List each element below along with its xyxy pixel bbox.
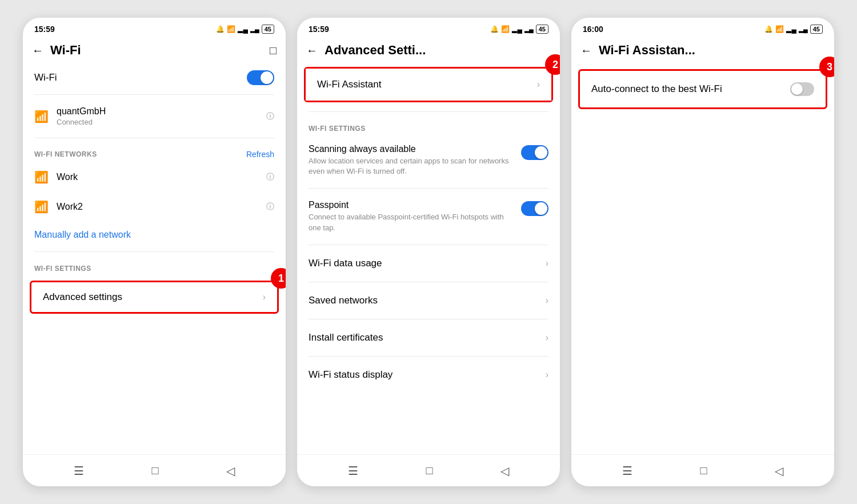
phone-screen-3: 16:00 🔔 📶 ▂▄ ▂▄ 45 ← Wi-Fi Assistan... A… [571, 18, 834, 486]
signal-icon-3: ▂▄ [786, 25, 796, 33]
advanced-settings-highlight: Advanced settings › [30, 281, 279, 314]
wifi-icon: 📶 [227, 25, 235, 33]
menu-nav-1[interactable]: ☰ [74, 464, 84, 478]
divider-s2-6 [309, 356, 548, 357]
divider-s2-5 [309, 319, 548, 319]
back-nav-1[interactable]: ◁ [226, 464, 235, 478]
signal2-icon: ▂▄ [250, 26, 259, 33]
wifi-connected-icon: 📶 [34, 110, 49, 123]
menu-nav-2[interactable]: ☰ [348, 464, 358, 478]
menu-nav-3[interactable]: ☰ [622, 464, 632, 478]
networks-section-header: WI-FI NETWORKS [34, 150, 97, 158]
status-bar-2: 15:59 🔔 📶 ▂▄ ▂▄ 45 [297, 18, 560, 38]
divider-3 [34, 251, 274, 252]
wifi-assistant-label: Wi-Fi Assistant [317, 79, 381, 90]
divider-s2-4 [309, 282, 548, 282]
wifi-label: Wi-Fi [34, 72, 57, 83]
alarm-icon: 🔔 [216, 25, 225, 33]
network-work2-label: Work2 [57, 202, 83, 212]
status-display-row[interactable]: Wi-Fi status display › [297, 360, 560, 390]
status-icons-2: 🔔 📶 ▂▄ ▂▄ 45 [490, 25, 548, 34]
data-usage-row[interactable]: Wi-Fi data usage › [297, 249, 560, 278]
status-icons-3: 🔔 📶 ▂▄ ▂▄ 45 [764, 25, 823, 34]
auto-connect-toggle[interactable] [790, 82, 814, 96]
back-button-3[interactable]: ← [580, 44, 592, 57]
auto-connect-row[interactable]: Auto-connect to the best Wi-Fi [580, 71, 826, 107]
passpoint-desc: Connect to available Passpoint-certified… [309, 212, 514, 233]
wifi-settings-header: WI-FI SETTINGS [297, 115, 560, 136]
info-icon-work[interactable]: ⓘ [266, 172, 274, 182]
passpoint-title: Passpoint [309, 200, 514, 210]
home-nav-2[interactable]: □ [426, 464, 432, 477]
battery-icon-3: 45 [810, 25, 823, 34]
install-certs-label: Install certificates [309, 332, 383, 343]
battery-icon-2: 45 [536, 25, 548, 34]
home-nav-1[interactable]: □ [151, 464, 158, 477]
data-usage-label: Wi-Fi data usage [309, 258, 382, 269]
network-name: quantGmbH [57, 106, 266, 117]
wifi-work-icon: 📶 [34, 170, 49, 184]
saved-networks-label: Saved networks [309, 295, 378, 306]
page-title-1: Wi-Fi [50, 43, 263, 58]
saved-networks-chevron: › [546, 295, 548, 306]
back-nav-3[interactable]: ◁ [775, 464, 783, 478]
top-bar-2: ← Advanced Setti... [297, 38, 560, 65]
status-bar-1: 15:59 🔔 📶 ▂▄ ▂▄ 45 [23, 18, 286, 38]
top-bar-3: ← Wi-Fi Assistan... [571, 38, 834, 65]
scanning-desc: Allow location services and certain apps… [309, 156, 514, 177]
scanning-toggle[interactable] [521, 145, 548, 160]
expand-icon[interactable]: □ [270, 44, 277, 57]
divider-s2-2 [309, 188, 548, 189]
divider-s2-3 [309, 245, 548, 245]
scanning-text: Scanning always available Allow location… [309, 144, 514, 177]
wifi-toggle[interactable] [247, 70, 274, 85]
info-icon-work2[interactable]: ⓘ [266, 202, 274, 212]
time-3: 16:00 [583, 25, 603, 34]
signal-icon: ▂▄ [238, 25, 248, 33]
install-certs-chevron: › [546, 333, 548, 343]
install-certs-row[interactable]: Install certificates › [297, 323, 560, 353]
status-bar-3: 16:00 🔔 📶 ▂▄ ▂▄ 45 [571, 18, 834, 38]
network-status: Connected [57, 118, 266, 126]
status-icons-1: 🔔 📶 ▂▄ ▂▄ 45 [216, 25, 274, 34]
wifi-assistant-chevron: › [537, 79, 540, 90]
advanced-settings-row[interactable]: Advanced settings › [31, 282, 277, 312]
time-2: 15:59 [309, 25, 329, 34]
info-icon-connected[interactable]: ⓘ [266, 111, 274, 122]
passpoint-text: Passpoint Connect to available Passpoint… [309, 200, 514, 233]
scanning-row[interactable]: Scanning always available Allow location… [297, 136, 560, 185]
status-display-label: Wi-Fi status display [309, 369, 393, 381]
back-button-1[interactable]: ← [32, 44, 43, 57]
passpoint-row[interactable]: Passpoint Connect to available Passpoint… [297, 192, 560, 241]
refresh-button[interactable]: Refresh [246, 150, 274, 159]
saved-networks-row[interactable]: Saved networks › [297, 286, 560, 315]
network-work2-item[interactable]: 📶 Work2 ⓘ [23, 192, 286, 222]
back-nav-2[interactable]: ◁ [500, 464, 509, 478]
wifi-assistant-row[interactable]: Wi-Fi Assistant › [306, 69, 551, 101]
home-nav-3[interactable]: □ [700, 464, 707, 477]
manually-add-network[interactable]: Manually add a network [23, 222, 286, 248]
status-display-chevron: › [546, 370, 548, 380]
divider-s2-1 [309, 111, 548, 112]
battery-icon: 45 [262, 25, 274, 34]
top-bar-1: ← Wi-Fi □ [23, 38, 286, 65]
page-title-2: Advanced Setti... [325, 43, 551, 58]
network-work-item[interactable]: 📶 Work ⓘ [23, 162, 286, 192]
settings-section-header: WI-FI SETTINGS [23, 255, 286, 276]
advanced-settings-label: Advanced settings [43, 291, 122, 303]
scanning-title: Scanning always available [309, 144, 514, 154]
alarm-icon-2: 🔔 [490, 25, 499, 33]
alarm-icon-3: 🔔 [764, 25, 773, 33]
page-title-3: Wi-Fi Assistan... [599, 43, 825, 58]
connected-network-item[interactable]: 📶 quantGmbH Connected ⓘ [23, 98, 286, 134]
nav-bar-2: ☰ □ ◁ [297, 454, 560, 486]
auto-connect-highlight: Auto-connect to the best Wi-Fi [578, 69, 827, 109]
wifi-icon-2: 📶 [501, 25, 510, 33]
nav-bar-3: ☰ □ ◁ [571, 454, 834, 486]
signal-icon-2: ▂▄ [512, 25, 522, 33]
divider-2 [34, 138, 274, 138]
data-usage-chevron: › [546, 258, 548, 269]
passpoint-toggle[interactable] [521, 201, 548, 216]
wifi-toggle-row[interactable]: Wi-Fi [23, 65, 286, 91]
back-button-2[interactable]: ← [306, 44, 318, 57]
